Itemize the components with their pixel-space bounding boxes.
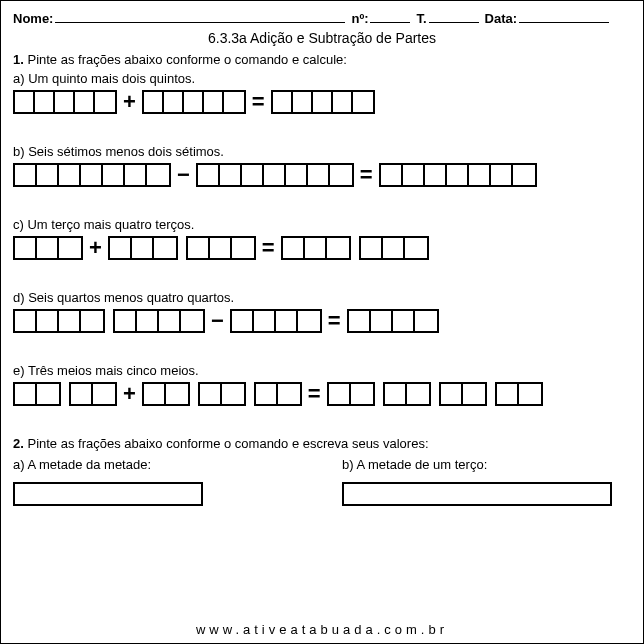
fraction-cell[interactable] bbox=[425, 165, 447, 185]
fraction-cell[interactable] bbox=[59, 238, 81, 258]
fraction-cell[interactable] bbox=[37, 384, 59, 404]
fraction-cell[interactable] bbox=[283, 238, 305, 258]
fraction-bar[interactable] bbox=[327, 382, 375, 406]
fraction-cell[interactable] bbox=[200, 384, 222, 404]
fraction-cell[interactable] bbox=[132, 238, 154, 258]
turma-blank[interactable] bbox=[429, 9, 479, 23]
fraction-bar[interactable] bbox=[13, 382, 61, 406]
fraction-bar[interactable] bbox=[379, 163, 537, 187]
fraction-cell[interactable] bbox=[166, 384, 188, 404]
q1a-bars[interactable]: += bbox=[13, 90, 631, 114]
fraction-cell[interactable] bbox=[164, 92, 184, 112]
fraction-cell[interactable] bbox=[15, 92, 35, 112]
fraction-bar[interactable] bbox=[13, 309, 105, 333]
fraction-cell[interactable] bbox=[232, 311, 254, 331]
fraction-cell[interactable] bbox=[15, 165, 37, 185]
fraction-cell[interactable] bbox=[273, 92, 293, 112]
fraction-bar[interactable] bbox=[495, 382, 543, 406]
fraction-cell[interactable] bbox=[15, 384, 37, 404]
q2a-box[interactable] bbox=[13, 482, 203, 506]
fraction-cell[interactable] bbox=[330, 165, 352, 185]
fraction-cell[interactable] bbox=[110, 238, 132, 258]
fraction-cell[interactable] bbox=[232, 238, 254, 258]
q1b-bars[interactable]: −= bbox=[13, 163, 631, 187]
fraction-cell[interactable] bbox=[407, 384, 429, 404]
fraction-cell[interactable] bbox=[361, 238, 383, 258]
fraction-cell[interactable] bbox=[497, 384, 519, 404]
fraction-bar[interactable] bbox=[383, 382, 431, 406]
fraction-cell[interactable] bbox=[220, 165, 242, 185]
fraction-cell[interactable] bbox=[293, 92, 313, 112]
fraction-cell[interactable] bbox=[276, 311, 298, 331]
fraction-cell[interactable] bbox=[333, 92, 353, 112]
fraction-cell[interactable] bbox=[210, 238, 232, 258]
fraction-bar[interactable] bbox=[347, 309, 439, 333]
fraction-cell[interactable] bbox=[37, 311, 59, 331]
fraction-cell[interactable] bbox=[224, 92, 244, 112]
fraction-cell[interactable] bbox=[329, 384, 351, 404]
fraction-cell[interactable] bbox=[198, 165, 220, 185]
fraction-cell[interactable] bbox=[159, 311, 181, 331]
fraction-cell[interactable] bbox=[385, 384, 407, 404]
q1e-bars[interactable]: += bbox=[13, 382, 631, 406]
fraction-cell[interactable] bbox=[351, 384, 373, 404]
fraction-cell[interactable] bbox=[305, 238, 327, 258]
fraction-cell[interactable] bbox=[405, 238, 427, 258]
fraction-cell[interactable] bbox=[75, 92, 95, 112]
fraction-cell[interactable] bbox=[308, 165, 330, 185]
q1d-bars[interactable]: −= bbox=[13, 309, 631, 333]
fraction-cell[interactable] bbox=[256, 384, 278, 404]
fraction-cell[interactable] bbox=[125, 165, 147, 185]
q2b-box[interactable] bbox=[342, 482, 612, 506]
fraction-bar[interactable] bbox=[13, 90, 117, 114]
fraction-cell[interactable] bbox=[35, 92, 55, 112]
num-blank[interactable] bbox=[370, 9, 410, 23]
fraction-cell[interactable] bbox=[59, 311, 81, 331]
fraction-cell[interactable] bbox=[81, 311, 103, 331]
fraction-cell[interactable] bbox=[278, 384, 300, 404]
fraction-cell[interactable] bbox=[181, 311, 203, 331]
fraction-cell[interactable] bbox=[286, 165, 308, 185]
fraction-bar[interactable] bbox=[142, 382, 190, 406]
fraction-bar[interactable] bbox=[439, 382, 487, 406]
fraction-bar[interactable] bbox=[230, 309, 322, 333]
fraction-cell[interactable] bbox=[103, 165, 125, 185]
fraction-cell[interactable] bbox=[415, 311, 437, 331]
q1c-bars[interactable]: += bbox=[13, 236, 631, 260]
fraction-cell[interactable] bbox=[184, 92, 204, 112]
fraction-cell[interactable] bbox=[59, 165, 81, 185]
fraction-cell[interactable] bbox=[381, 165, 403, 185]
fraction-cell[interactable] bbox=[37, 165, 59, 185]
fraction-cell[interactable] bbox=[371, 311, 393, 331]
fraction-bar[interactable] bbox=[13, 236, 83, 260]
fraction-cell[interactable] bbox=[298, 311, 320, 331]
fraction-cell[interactable] bbox=[469, 165, 491, 185]
fraction-cell[interactable] bbox=[447, 165, 469, 185]
fraction-cell[interactable] bbox=[463, 384, 485, 404]
name-blank[interactable] bbox=[55, 9, 345, 23]
fraction-bar[interactable] bbox=[142, 90, 246, 114]
fraction-cell[interactable] bbox=[154, 238, 176, 258]
fraction-cell[interactable] bbox=[81, 165, 103, 185]
fraction-cell[interactable] bbox=[115, 311, 137, 331]
fraction-cell[interactable] bbox=[137, 311, 159, 331]
fraction-cell[interactable] bbox=[519, 384, 541, 404]
fraction-cell[interactable] bbox=[147, 165, 169, 185]
fraction-cell[interactable] bbox=[313, 92, 333, 112]
fraction-cell[interactable] bbox=[513, 165, 535, 185]
fraction-cell[interactable] bbox=[383, 238, 405, 258]
fraction-cell[interactable] bbox=[393, 311, 415, 331]
fraction-cell[interactable] bbox=[37, 238, 59, 258]
fraction-cell[interactable] bbox=[441, 384, 463, 404]
fraction-bar[interactable] bbox=[281, 236, 351, 260]
fraction-bar[interactable] bbox=[254, 382, 302, 406]
fraction-bar[interactable] bbox=[186, 236, 256, 260]
fraction-cell[interactable] bbox=[144, 384, 166, 404]
fraction-bar[interactable] bbox=[271, 90, 375, 114]
fraction-bar[interactable] bbox=[113, 309, 205, 333]
fraction-cell[interactable] bbox=[242, 165, 264, 185]
fraction-cell[interactable] bbox=[15, 238, 37, 258]
fraction-cell[interactable] bbox=[327, 238, 349, 258]
fraction-cell[interactable] bbox=[222, 384, 244, 404]
fraction-cell[interactable] bbox=[95, 92, 115, 112]
